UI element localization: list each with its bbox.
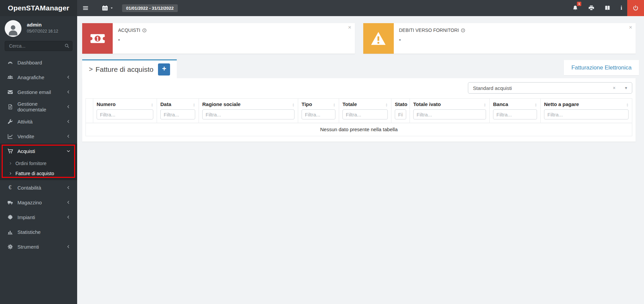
filter-input-tipo[interactable] [302, 109, 335, 119]
angle-down-icon [66, 149, 70, 153]
filter-input-data[interactable] [160, 109, 195, 119]
view-select[interactable]: Standard acquisti × ▼ [468, 82, 632, 94]
info-button[interactable]: i [615, 0, 627, 16]
angle-right-icon [9, 162, 12, 165]
close-icon[interactable]: × [348, 24, 352, 30]
filter-input-totale-ivato[interactable] [413, 109, 486, 119]
column-header-netto-a-pagare[interactable]: Netto a pagare▲▼ [541, 99, 632, 123]
sidebar-menu: DashboardAnagraficheGestione emailGestio… [0, 55, 77, 254]
column-header-blank [86, 99, 93, 123]
page-title: Fatture di acquisto [96, 65, 154, 73]
column-header-tipo[interactable]: Tipo▲▼ [298, 99, 339, 123]
bell-button[interactable]: 1 [567, 0, 583, 16]
warning-icon [363, 23, 394, 54]
sidebar-subitem-fatture-di-acquisto[interactable]: Fatture di acquisto [0, 168, 77, 179]
add-invoice-button[interactable]: + [158, 63, 170, 75]
sidebar-submenu-acquisti: Ordini fornitoreFatture di acquisto [0, 158, 77, 180]
sidebar-subitem-ordini-fornitore[interactable]: Ordini fornitore [0, 158, 77, 168]
column-label: Data [160, 101, 192, 107]
search-input[interactable] [5, 41, 72, 51]
sidebar-group-gestione-email: Gestione email [0, 85, 77, 99]
printer-button[interactable] [583, 0, 599, 16]
sidebar-item-label: Impianti [17, 214, 66, 220]
sort-icon[interactable]: ▲▼ [292, 103, 294, 107]
column-header-data[interactable]: Data▲▼ [157, 99, 199, 123]
power-button[interactable] [627, 0, 644, 16]
period-picker-button[interactable] [98, 0, 117, 16]
sidebar-group-gestione-documentale: Gestione documentale [0, 99, 77, 114]
column-header-ragione-sociale[interactable]: Ragione sociale▲▼ [199, 99, 298, 123]
help-icon[interactable]: ? [461, 28, 465, 33]
column-header-totale-ivato[interactable]: Totale ivato▲▼ [410, 99, 490, 123]
sidebar-item-magazzino[interactable]: Magazzino [0, 195, 77, 210]
search-submit-button[interactable] [64, 43, 69, 49]
sidebar-item-label: Dashboard [17, 60, 70, 65]
sidebar-item-dashboard[interactable]: Dashboard [0, 55, 77, 70]
column-header-numero[interactable]: Numero▲▼ [93, 99, 157, 123]
stat-card-debiti-fornitori: DEBITI VERSO FORNITORI ? - × [363, 23, 636, 54]
angle-left-icon [66, 200, 70, 204]
filter-input-banca[interactable] [493, 109, 537, 119]
sidebar-item-impianti[interactable]: Impianti [0, 210, 77, 224]
filter-input-ragione-sociale[interactable] [202, 109, 294, 119]
fatturazione-elettronica-link[interactable]: Fatturazione Elettronica [571, 64, 632, 71]
sidebar-item-attivita[interactable]: Attività [0, 114, 77, 129]
book-button[interactable] [599, 0, 615, 16]
sidebar-group-strumenti: Strumenti [0, 239, 77, 254]
tab-fatturazione-elettronica[interactable]: Fatturazione Elettronica [564, 60, 639, 75]
table-header-row: Numero▲▼Data▲▼Ragione sociale▲▼Tipo▲▼Tot… [86, 99, 632, 123]
sidebar-item-vendite[interactable]: Vendite [0, 129, 77, 144]
angle-right-icon [9, 172, 12, 175]
stat-card-acquisti: 1 ACQUISTI ? - × [82, 23, 355, 54]
sidebar-item-label: Statistiche [17, 229, 70, 235]
power-icon [633, 5, 639, 11]
sidebar-item-statistiche[interactable]: Statistiche [0, 224, 77, 239]
column-header-totale[interactable]: Totale▲▼ [339, 99, 391, 123]
sidebar-item-label: Contabilità [17, 185, 66, 191]
filter-input-totale[interactable] [342, 109, 388, 119]
filter-input-netto-a-pagare[interactable] [544, 109, 629, 119]
stat-card-value: - [118, 36, 147, 43]
clear-selection-icon[interactable]: × [613, 85, 615, 91]
sidebar-item-label: Acquisti [17, 148, 66, 154]
column-header-banca[interactable]: Banca▲▼ [490, 99, 541, 123]
close-icon[interactable]: × [629, 24, 632, 30]
empty-message: Nessun dato presente nella tabella [86, 123, 632, 136]
sidebar-group-magazzino: Magazzino [0, 195, 77, 210]
sort-icon[interactable]: ▲▼ [333, 103, 335, 107]
sort-icon[interactable]: ▲▼ [151, 103, 153, 107]
column-label: Stato [395, 101, 408, 107]
app-logo: OpenSTAManager [0, 0, 77, 16]
sort-icon[interactable]: ▲▼ [535, 103, 537, 107]
sidebar-item-strumenti[interactable]: Strumenti [0, 239, 77, 254]
filter-input-numero[interactable] [97, 109, 153, 119]
sidebar-item-acquisti[interactable]: Acquisti [0, 144, 77, 158]
sidebar-item-contabilita[interactable]: €Contabilità [0, 180, 77, 195]
search-icon [64, 44, 69, 49]
puzzle-icon [7, 214, 13, 220]
sidebar-item-gestione-email[interactable]: Gestione email [0, 85, 77, 99]
date-range-badge[interactable]: 01/01/2022 - 31/12/2022 [122, 4, 178, 12]
filter-input-stato[interactable] [395, 109, 406, 119]
sidebar-item-gestione-documentale[interactable]: Gestione documentale [0, 99, 77, 114]
hamburger-icon [83, 5, 89, 11]
caret-down-icon [110, 5, 113, 11]
stat-card-value: - [399, 36, 466, 43]
sidebar-subitem-label: Fatture di acquisto [15, 171, 54, 176]
sidebar-toggle-button[interactable] [78, 0, 93, 16]
sort-icon[interactable]: ▲▼ [385, 103, 388, 107]
angle-left-icon [66, 119, 70, 123]
truck-icon [7, 200, 13, 205]
sidebar-group-statistiche: Statistiche [0, 224, 77, 239]
svg-text:?: ? [462, 29, 464, 32]
sort-icon[interactable]: ▲▼ [484, 103, 486, 107]
sidebar-item-anagrafiche[interactable]: Anagrafiche [0, 70, 77, 85]
sort-icon[interactable]: ▲▼ [193, 103, 195, 107]
sidebar-group-anagrafiche: Anagrafiche [0, 70, 77, 85]
sidebar-group-impianti: Impianti [0, 210, 77, 224]
topbar: OpenSTAManager 01/01/2022 - 31/12/2022 1… [0, 0, 644, 16]
tab-fatture-di-acquisto[interactable]: > Fatture di acquisto + [82, 59, 177, 78]
sort-icon[interactable]: ▲▼ [626, 103, 629, 107]
help-icon[interactable]: ? [142, 28, 147, 33]
money-bill-icon: 1 [82, 23, 113, 54]
